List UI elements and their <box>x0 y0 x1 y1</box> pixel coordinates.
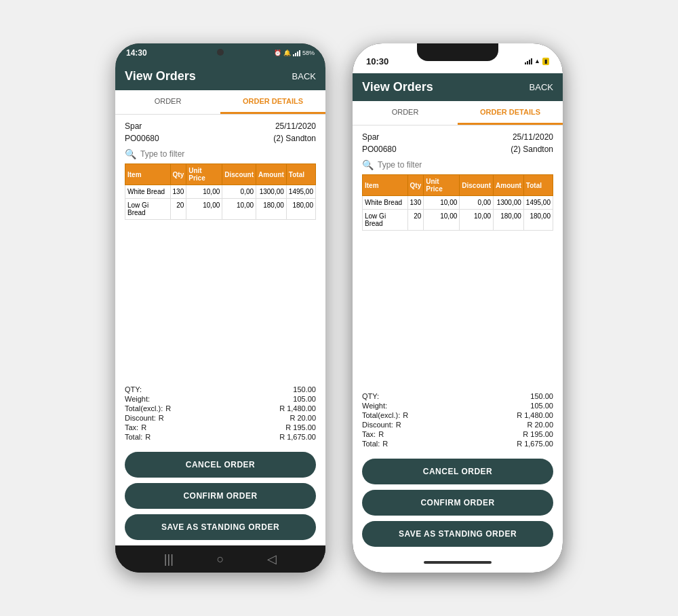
order-info-left-iphone: Spar PO00680 <box>362 131 397 155</box>
search-icon-iphone: 🔍 <box>362 159 374 170</box>
col-total-iphone: Total <box>523 175 553 196</box>
app-title-android: View Orders <box>125 69 196 83</box>
amt-logi-bread-android: 180,00 <box>256 199 287 220</box>
summary-total-iphone: Total: R R 1,675.00 <box>362 440 553 448</box>
tax-label-iphone: Tax: <box>362 430 376 438</box>
tab-order-details-android[interactable]: ORDER DETAILS <box>220 90 325 114</box>
disc-logi-bread-iphone: 10,00 <box>460 210 494 231</box>
search-icon-android: 🔍 <box>125 149 136 159</box>
total-excl-currency: R <box>165 404 171 412</box>
back-button-iphone[interactable]: BACK <box>530 82 553 92</box>
filter-bar-iphone: 🔍 <box>353 158 563 174</box>
tax-label: Tax: <box>125 423 138 431</box>
discount-currency: R <box>159 414 164 422</box>
order-info-right-android: 25/11/2020 (2) Sandton <box>273 120 316 145</box>
unit-logi-bread-android: 10,00 <box>186 199 222 220</box>
table-row: White Bread 130 10,00 0,00 1300,00 1495,… <box>125 185 316 199</box>
android-screen: View Orders BACK ORDER ORDER DETAILS Spa… <box>115 62 325 545</box>
signal-bars <box>293 50 300 56</box>
iphone-notch <box>417 43 498 61</box>
unit-logi-bread-iphone: 10,00 <box>424 210 460 231</box>
total-excl-label-iphone: Total(excl.): <box>362 411 400 419</box>
discount-value: R 20.00 <box>167 414 316 422</box>
tab-order-android[interactable]: ORDER <box>115 90 220 114</box>
tax-value: R 195.00 <box>149 423 316 431</box>
discount-currency-iphone: R <box>396 421 401 429</box>
discount-value-iphone: R 20.00 <box>404 421 553 429</box>
unit-white-bread-android: 10,00 <box>186 185 222 199</box>
qty-label: QTY: <box>125 385 142 393</box>
tab-order-iphone[interactable]: ORDER <box>353 101 458 125</box>
order-location-android: (2) Sandton <box>273 132 316 145</box>
weight-value: 105.00 <box>293 395 316 403</box>
col-item-android: Item <box>125 164 171 185</box>
total-white-bread-android: 1495,00 <box>286 185 315 199</box>
iphone-phone: 10:30 ▲ ▮ View Orders BACK ORDER ORDER D… <box>353 43 563 573</box>
confirm-order-button-android[interactable]: CONFIRM ORDER <box>125 483 316 509</box>
col-qty-android: Qty <box>170 164 186 185</box>
tab-order-details-iphone[interactable]: ORDER DETAILS <box>458 101 563 125</box>
amt-logi-bread-iphone: 180,00 <box>494 210 524 231</box>
filter-input-iphone[interactable] <box>378 160 553 170</box>
filter-input-android[interactable] <box>140 149 316 159</box>
home-indicator-bar <box>424 561 492 564</box>
save-standing-order-button-iphone[interactable]: SAVE AS STANDING ORDER <box>362 521 553 547</box>
app-header-iphone: View Orders BACK <box>353 73 563 101</box>
order-info-iphone: Spar PO00680 25/11/2020 (2) Sandton <box>353 126 563 158</box>
col-unitprice-iphone: Unit Price <box>424 175 460 196</box>
amt-white-bread-android: 1300,00 <box>256 185 287 199</box>
qty-white-bread-android: 130 <box>170 185 186 199</box>
save-standing-order-button-android[interactable]: SAVE AS STANDING ORDER <box>125 514 316 540</box>
android-back-gesture[interactable]: ||| <box>164 552 174 566</box>
total-white-bread-iphone: 1495,00 <box>523 196 553 210</box>
order-table-android: Item Qty Unit Price Discount Amount Tota… <box>125 163 316 220</box>
total-value-iphone: R 1,675.00 <box>391 440 553 448</box>
store-name-android: Spar <box>125 120 159 132</box>
item-logi-bread-android: Low Gi Bread <box>125 199 171 220</box>
iphone-battery-icon: ▮ <box>542 58 549 65</box>
iphone-screen: View Orders BACK ORDER ORDER DETAILS Spa… <box>353 73 563 552</box>
po-number-iphone: PO00680 <box>362 143 397 155</box>
disc-white-bread-android: 0,00 <box>222 185 256 199</box>
table-row: Low Gi Bread 20 10,00 10,00 180,00 180,0… <box>363 210 553 231</box>
cancel-order-button-iphone[interactable]: CANCEL ORDER <box>362 459 553 484</box>
filter-bar-android: 🔍 <box>115 147 325 163</box>
weight-label-iphone: Weight: <box>362 402 387 410</box>
qty-logi-bread-android: 20 <box>170 199 186 220</box>
total-label: Total: <box>125 433 142 441</box>
order-info-right-iphone: 25/11/2020 (2) Sandton <box>511 131 553 155</box>
tabs-android: ORDER ORDER DETAILS <box>115 90 325 115</box>
cancel-order-button-android[interactable]: CANCEL ORDER <box>125 452 316 478</box>
col-amount-iphone: Amount <box>494 175 524 196</box>
total-label-iphone: Total: <box>362 440 380 448</box>
back-button-android[interactable]: BACK <box>292 71 316 81</box>
tax-value-iphone: R 195.00 <box>386 430 553 438</box>
android-home-bar: ||| ○ ◁ <box>115 545 325 573</box>
android-recents-gesture[interactable]: ◁ <box>267 552 277 566</box>
total-logi-bread-iphone: 180,00 <box>523 210 553 231</box>
qty-logi-bread-iphone: 20 <box>407 210 424 231</box>
col-item-iphone: Item <box>363 175 408 196</box>
tabs-iphone: ORDER ORDER DETAILS <box>353 101 563 126</box>
table-row: White Bread 130 10,00 0,00 1300,00 1495,… <box>363 196 553 210</box>
summary-tax-android: Tax: R R 195.00 <box>125 423 316 431</box>
iphone-home-indicator <box>353 552 563 573</box>
col-discount-iphone: Discount <box>460 175 494 196</box>
total-excl-value: R 1,480.00 <box>174 404 316 412</box>
buttons-android: CANCEL ORDER CONFIRM ORDER SAVE AS STAND… <box>115 448 325 545</box>
android-home-gesture[interactable]: ○ <box>217 552 224 566</box>
confirm-order-button-iphone[interactable]: CONFIRM ORDER <box>362 490 553 516</box>
total-currency-iphone: R <box>382 440 388 448</box>
summary-discount-android: Discount: R R 20.00 <box>125 414 316 422</box>
col-discount-android: Discount <box>222 164 256 185</box>
summary-discount-iphone: Discount: R R 20.00 <box>362 421 553 429</box>
total-logi-bread-android: 180,00 <box>286 199 315 220</box>
table-row: Low Gi Bread 20 10,00 10,00 180,00 180,0… <box>125 199 316 220</box>
summary-tax-iphone: Tax: R R 195.00 <box>362 430 553 438</box>
order-info-left-android: Spar PO00680 <box>125 120 159 145</box>
weight-value-iphone: 105.00 <box>530 402 553 410</box>
tax-currency-iphone: R <box>378 430 384 438</box>
total-excl-currency-iphone: R <box>403 411 408 419</box>
summary-weight-iphone: Weight: 105.00 <box>362 402 553 410</box>
item-white-bread-iphone: White Bread <box>363 196 408 210</box>
